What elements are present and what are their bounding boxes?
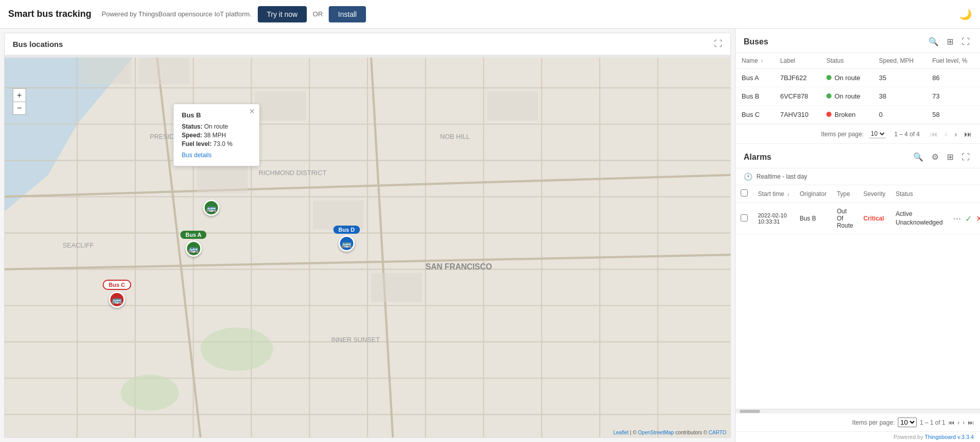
alarms-columns-icon[interactable]: ⊞: [945, 151, 955, 163]
popup-close-button[interactable]: ✕: [249, 107, 255, 115]
popup-speed: Speed: 38 MPH: [182, 132, 251, 139]
alarms-scrollbar-thumb[interactable]: [740, 410, 760, 413]
buses-last-page-btn[interactable]: ⏭: [962, 129, 974, 139]
bus-speed: 0: [873, 106, 926, 124]
bus-name: Bus C: [736, 106, 774, 124]
alarms-per-page-label: Items per page:: [852, 419, 895, 426]
alarms-header-row: Start time ↓ Originator Type Severity St…: [736, 185, 980, 203]
alarms-fullscreen-icon[interactable]: ⛶: [960, 152, 972, 163]
bus-marker-c[interactable]: Bus C 🚌: [103, 280, 131, 308]
buses-per-page-label: Items per page:: [821, 131, 864, 138]
powered-footer: Powered by Thingsboard v.3.3.4: [736, 431, 980, 442]
alarms-col-originator[interactable]: Originator: [795, 185, 832, 203]
buses-search-icon[interactable]: 🔍: [926, 36, 941, 47]
alarms-col-status[interactable]: Status: [891, 185, 948, 203]
bus-marker-b[interactable]: 🚌: [203, 200, 219, 216]
bus-popup: ✕ Bus B Status: On route Speed: 38 MPH F…: [173, 104, 260, 166]
buses-prev-page-btn[interactable]: ‹: [943, 129, 949, 139]
alarms-col-start-time[interactable]: Start time ↓: [753, 185, 795, 203]
buses-col-fuel[interactable]: Fuel level, %: [926, 53, 980, 69]
dark-mode-icon[interactable]: 🌙: [959, 8, 972, 20]
map-panel: Bus locations ⛶: [4, 33, 731, 438]
alarms-prev-page-btn[interactable]: ‹: [958, 419, 960, 426]
alarms-last-page-btn[interactable]: ⏭: [968, 419, 974, 426]
map-content[interactable]: SEACLIFF PRESIDIO RICHMOND DISTRICT NOB …: [5, 58, 730, 437]
alarm-select-checkbox[interactable]: [741, 214, 748, 222]
alarms-col-severity[interactable]: Severity: [858, 185, 890, 203]
alarms-filter-label: Realtime - last day: [756, 173, 807, 180]
footer-powered-by: Powered by: [894, 434, 923, 440]
bus-speed: 38: [873, 87, 926, 106]
buses-section: Buses 🔍 ⊞ ⛶ Name ↑ Label Status Speed, M…: [736, 29, 980, 144]
main-layout: Bus locations ⛶: [0, 29, 980, 442]
buses-col-speed[interactable]: Speed, MPH: [873, 53, 926, 69]
buses-table-row[interactable]: Bus B 6VCF878 On route 38 73: [736, 87, 980, 106]
carto-link[interactable]: CARTO: [708, 430, 726, 435]
alarm-clear-btn[interactable]: ✕: [976, 214, 980, 224]
buses-table-row[interactable]: Bus C 7AHV310 Broken 0 58: [736, 106, 980, 124]
zoom-in-button[interactable]: +: [13, 88, 26, 102]
alarms-search-icon[interactable]: 🔍: [911, 151, 925, 163]
map-background: SEACLIFF PRESIDIO RICHMOND DISTRICT NOB …: [5, 58, 730, 437]
alarms-first-page-btn[interactable]: ⏮: [948, 419, 954, 426]
buses-per-page-select[interactable]: 10 25 50: [869, 130, 886, 138]
bus-marker-d[interactable]: Bus D 🚌: [333, 226, 360, 252]
alarms-per-page-select[interactable]: 10 25 50: [898, 418, 917, 427]
zoom-out-button[interactable]: −: [13, 102, 26, 115]
map-panel-title: Bus locations: [13, 40, 63, 48]
svg-rect-32: [487, 91, 538, 120]
bus-label: 7BJF622: [774, 69, 820, 87]
bus-fuel: 86: [926, 69, 980, 87]
status-dot: [826, 93, 831, 99]
alarm-ack-btn[interactable]: ✓: [965, 214, 972, 224]
buses-col-status[interactable]: Status: [820, 53, 873, 69]
alarms-table-row: 2022-02-1010:33:31 Bus B Out Of Route Cr…: [736, 203, 980, 235]
buses-col-label[interactable]: Label: [774, 53, 820, 69]
bus-name: Bus A: [736, 69, 774, 87]
try-now-button[interactable]: Try it now: [258, 6, 307, 22]
map-fullscreen-icon[interactable]: ⛶: [714, 39, 722, 48]
buses-next-page-btn[interactable]: ›: [952, 129, 959, 139]
alarms-title: Alarms: [744, 153, 907, 162]
svg-text:NOB HILL: NOB HILL: [440, 133, 470, 140]
install-button[interactable]: Install: [329, 6, 366, 22]
bus-c-label: Bus C: [103, 280, 131, 290]
footer-version-link[interactable]: Thingsboard v.3.3.4: [925, 434, 974, 440]
bus-marker-a[interactable]: Bus A 🚌: [180, 231, 206, 257]
bus-fuel: 73: [926, 87, 980, 106]
alarms-section: Alarms 🔍 ⚙ ⊞ ⛶ 🕐 Realtime - last day Sta…: [736, 144, 980, 442]
bus-speed: 35: [873, 69, 926, 87]
buses-section-header: Buses 🔍 ⊞ ⛶: [736, 29, 980, 53]
svg-rect-30: [255, 91, 306, 120]
svg-point-35: [201, 327, 273, 371]
alarm-more-btn[interactable]: ⋯: [953, 214, 961, 224]
alarms-page-info: 1 – 1 of 1: [920, 419, 945, 426]
buses-table-row[interactable]: Bus A 7BJF622 On route 35 86: [736, 69, 980, 87]
alarms-section-header: Alarms 🔍 ⚙ ⊞ ⛶: [736, 144, 980, 168]
svg-text:SAN FRANCISCO: SAN FRANCISCO: [426, 262, 492, 271]
buses-fullscreen-icon[interactable]: ⛶: [960, 36, 972, 47]
alarm-status: ActiveUnacknowledged: [891, 203, 948, 235]
buses-columns-icon[interactable]: ⊞: [945, 36, 955, 47]
svg-text:SEACLIFF: SEACLIFF: [63, 241, 94, 249]
bus-d-pin: 🚌: [338, 235, 355, 252]
alarms-next-page-btn[interactable]: ›: [963, 419, 965, 426]
right-panel: Buses 🔍 ⊞ ⛶ Name ↑ Label Status Speed, M…: [735, 29, 980, 442]
alarm-type: Out Of Route: [831, 203, 858, 235]
leaflet-link[interactable]: Leaflet: [613, 430, 628, 435]
bus-details-link[interactable]: Bus details: [182, 152, 251, 159]
svg-rect-34: [197, 164, 248, 193]
status-dot: [826, 112, 831, 117]
bus-name: Bus B: [736, 87, 774, 106]
alarms-filter-icon[interactable]: ⚙: [929, 151, 941, 163]
buses-pagination: Items per page: 10 25 50 1 – 4 of 4 ⏮ ‹ …: [736, 124, 980, 143]
map-panel-header: Bus locations ⛶: [5, 33, 730, 55]
buses-col-name[interactable]: Name ↑: [736, 53, 774, 69]
alarms-select-all[interactable]: [741, 189, 748, 197]
alarms-col-type[interactable]: Type: [831, 185, 858, 203]
buses-first-page-btn[interactable]: ⏮: [928, 129, 940, 139]
svg-point-36: [121, 375, 179, 411]
osm-link[interactable]: OpenStreetMap: [638, 430, 674, 435]
alarms-h-scrollbar[interactable]: [736, 409, 980, 413]
svg-rect-31: [313, 201, 364, 230]
